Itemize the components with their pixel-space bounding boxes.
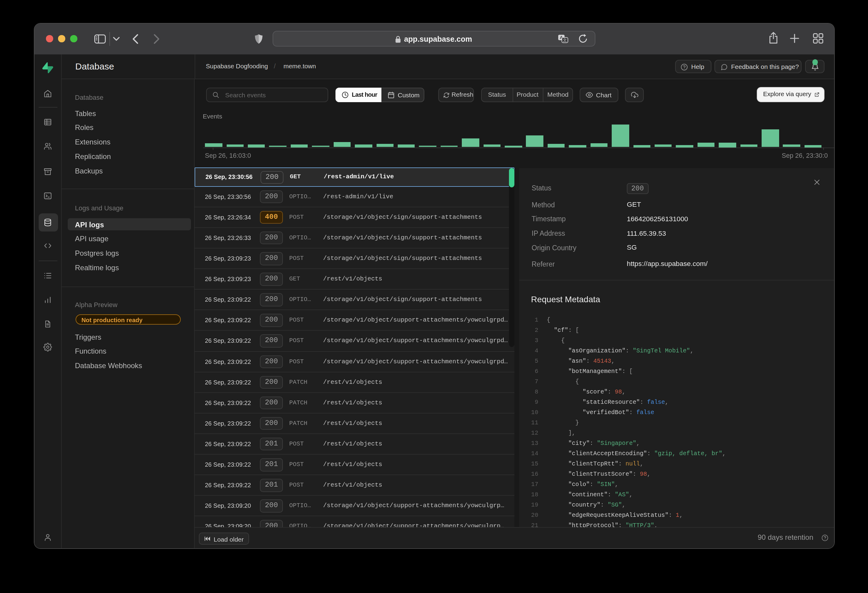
svg-text:文: 文 xyxy=(563,37,567,42)
